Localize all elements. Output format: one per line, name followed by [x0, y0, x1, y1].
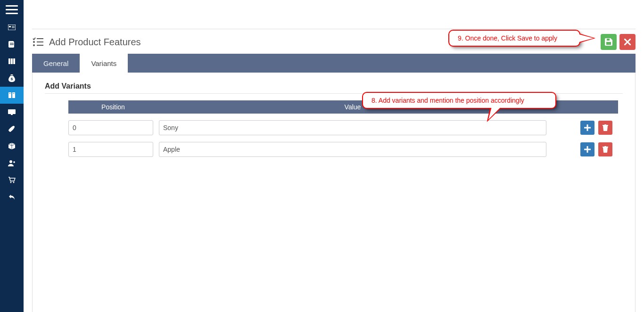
- svg-rect-11: [13, 93, 15, 94]
- save-button[interactable]: [601, 34, 617, 50]
- trash-icon: [603, 124, 608, 131]
- svg-rect-2: [12, 26, 15, 26]
- main-content: Add Product Features General Variants Ad…: [24, 0, 644, 312]
- sidebar-item-money[interactable]: $: [0, 70, 24, 87]
- plus-icon: [584, 146, 591, 153]
- value-input[interactable]: [159, 120, 546, 135]
- svg-rect-4: [10, 43, 14, 43]
- page-title: Add Product Features: [49, 37, 141, 48]
- trash-icon: [603, 146, 608, 153]
- svg-rect-21: [37, 45, 43, 46]
- catalog-icon: [8, 92, 16, 99]
- delete-row-button[interactable]: [598, 142, 612, 156]
- sidebar-item-cart[interactable]: [0, 172, 24, 189]
- checklist-icon: [32, 37, 44, 47]
- callout-arrow-icon: [579, 33, 595, 43]
- svg-text:$: $: [11, 77, 13, 81]
- sidebar-item-note[interactable]: [0, 36, 24, 53]
- tab-label: General: [43, 59, 68, 67]
- brush-icon: [8, 126, 16, 132]
- sidebar-item-user[interactable]: [0, 155, 24, 172]
- variants-table: Position Value: [68, 100, 618, 157]
- tab-general[interactable]: General: [32, 54, 80, 73]
- svg-point-14: [9, 160, 12, 163]
- tabs-bar: General Variants: [32, 54, 636, 73]
- svg-rect-10: [9, 93, 11, 94]
- svg-rect-22: [607, 39, 610, 41]
- id-card-icon: [8, 25, 16, 30]
- undo-icon: [8, 194, 15, 200]
- svg-rect-3: [12, 27, 15, 28]
- variant-row: [68, 142, 618, 157]
- row-actions: [552, 142, 618, 156]
- position-input[interactable]: [68, 142, 153, 157]
- note-icon: [8, 41, 15, 48]
- add-row-button[interactable]: [580, 142, 594, 156]
- variant-row: [68, 120, 618, 135]
- sidebar-item-screen[interactable]: [0, 104, 24, 121]
- row-actions: [552, 121, 618, 135]
- box-icon: [8, 143, 15, 149]
- plus-icon: [584, 124, 591, 131]
- tab-label: Variants: [91, 59, 116, 67]
- svg-point-15: [10, 182, 12, 183]
- annotation-callout-save: 9. Once done, Click Save to apply: [448, 30, 580, 47]
- annotation-text: 9. Once done, Click Save to apply: [458, 34, 557, 42]
- annotation-text: 8. Add variants and mention the position…: [372, 97, 524, 104]
- hamburger-menu-button[interactable]: [0, 0, 24, 19]
- user-plus-icon: [8, 160, 16, 166]
- monitor-icon: [8, 109, 16, 115]
- sidebar-item-undo[interactable]: [0, 189, 24, 205]
- svg-rect-7: [11, 58, 13, 64]
- value-input[interactable]: [159, 142, 546, 157]
- svg-rect-12: [8, 109, 16, 114]
- save-icon: [605, 38, 612, 46]
- page-title-wrap: Add Product Features: [32, 37, 141, 48]
- svg-rect-19: [37, 41, 43, 42]
- sidebar-item-brush[interactable]: [0, 121, 24, 138]
- add-row-button[interactable]: [580, 121, 594, 135]
- sidebar-item-catalog[interactable]: [0, 87, 24, 104]
- sidebar: $: [0, 0, 24, 312]
- sidebar-item-card[interactable]: [0, 19, 24, 36]
- svg-rect-1: [9, 26, 11, 27]
- close-icon: [624, 39, 631, 45]
- svg-rect-17: [37, 38, 43, 39]
- svg-rect-8: [13, 58, 15, 64]
- svg-point-20: [33, 44, 35, 46]
- svg-point-18: [33, 41, 35, 43]
- svg-point-16: [13, 182, 15, 183]
- annotation-callout-variants: 8. Add variants and mention the position…: [362, 92, 556, 109]
- tab-variants[interactable]: Variants: [80, 54, 128, 73]
- header-actions: [601, 34, 636, 50]
- svg-rect-6: [8, 58, 10, 64]
- section-title: Add Variants: [45, 82, 623, 90]
- columns-icon: [8, 58, 15, 64]
- cancel-button[interactable]: [619, 34, 636, 50]
- top-banner-area: [32, 0, 636, 29]
- cart-icon: [8, 177, 16, 183]
- svg-rect-23: [606, 42, 611, 45]
- sidebar-item-box[interactable]: [0, 138, 24, 155]
- header-position: Position: [68, 103, 158, 111]
- sidebar-item-columns[interactable]: [0, 53, 24, 70]
- svg-rect-5: [10, 44, 14, 45]
- money-bag-icon: $: [8, 74, 15, 82]
- svg-rect-13: [11, 114, 13, 115]
- delete-row-button[interactable]: [598, 121, 612, 135]
- position-input[interactable]: [68, 120, 153, 135]
